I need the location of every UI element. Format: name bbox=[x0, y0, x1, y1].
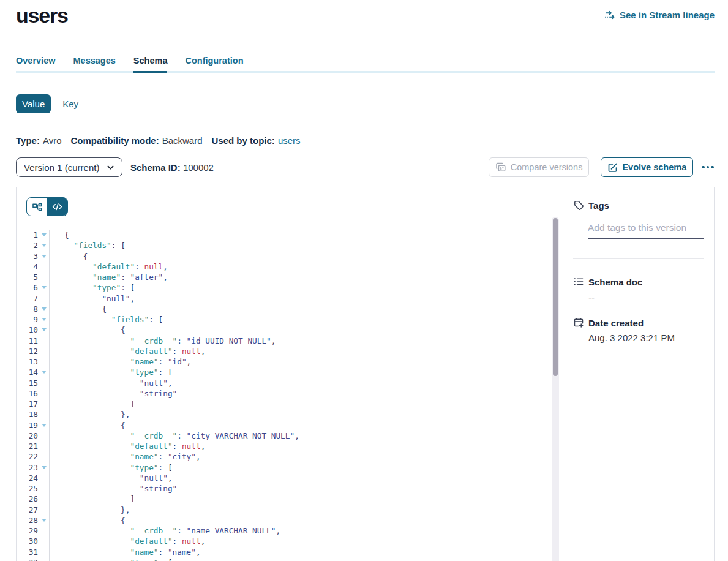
gutter-line-17: 17 bbox=[17, 399, 49, 409]
gutter-line-25: 25 bbox=[17, 483, 49, 494]
schema-sidebar: Tags Schema doc -- bbox=[563, 187, 714, 561]
fold-toggle-icon[interactable] bbox=[38, 286, 49, 289]
fold-toggle-icon[interactable] bbox=[38, 371, 49, 374]
code-line-11: "__crdb__": "id UUID NOT NULL", bbox=[64, 336, 299, 346]
line-number: 25 bbox=[17, 483, 38, 494]
tab-bar: Overview Messages Schema Configuration bbox=[16, 56, 715, 73]
stream-lineage-link[interactable]: See in Stream lineage bbox=[604, 9, 715, 21]
schema-id-label: Schema ID: bbox=[130, 162, 181, 173]
gutter-line-10: 10 bbox=[17, 325, 49, 335]
editor-scrollbar-thumb[interactable] bbox=[553, 218, 558, 376]
gutter-line-1: 1 bbox=[17, 230, 49, 240]
line-number: 16 bbox=[17, 388, 38, 399]
line-number: 1 bbox=[17, 230, 38, 240]
code-line-27: }, bbox=[64, 505, 299, 515]
schema-panel: 1234567891011121314151617181920212223242… bbox=[16, 187, 715, 561]
gutter-line-9: 9 bbox=[17, 314, 49, 325]
line-number: 7 bbox=[17, 293, 38, 304]
tree-view-button[interactable] bbox=[27, 198, 47, 216]
tab-overview[interactable]: Overview bbox=[16, 56, 56, 71]
schema-id-value: 100002 bbox=[183, 162, 214, 173]
line-number: 22 bbox=[17, 451, 38, 462]
gutter-line-13: 13 bbox=[17, 356, 49, 367]
key-segment-button[interactable]: Key bbox=[62, 99, 78, 109]
fold-toggle-icon[interactable] bbox=[38, 318, 49, 321]
code-line-19: { bbox=[64, 420, 299, 431]
gutter-line-27: 27 bbox=[17, 505, 49, 515]
gutter-line-24: 24 bbox=[17, 473, 49, 483]
code-line-15: "null", bbox=[64, 378, 299, 388]
code-view-button[interactable] bbox=[47, 198, 67, 216]
evolve-schema-button[interactable]: Evolve schema bbox=[601, 157, 693, 177]
gutter-line-31: 31 bbox=[17, 547, 49, 557]
gutter-line-28: 28 bbox=[17, 515, 49, 525]
gutter-line-15: 15 bbox=[17, 378, 49, 388]
gutter-line-2: 2 bbox=[17, 240, 49, 250]
code-content[interactable]: { "fields": [ { "default": null, "name":… bbox=[50, 230, 299, 561]
code-line-22: "name": "city", bbox=[64, 451, 299, 462]
editor-gutter: 1234567891011121314151617181920212223242… bbox=[17, 230, 50, 561]
schema-id: Schema ID: 100002 bbox=[130, 162, 214, 173]
editor-scrollbar-track[interactable] bbox=[552, 217, 559, 561]
fold-toggle-icon[interactable] bbox=[38, 424, 49, 427]
meta-topic: Used by topic:users bbox=[212, 135, 301, 146]
code-line-2: "fields": [ bbox=[64, 240, 299, 250]
value-segment-button[interactable]: Value bbox=[16, 94, 51, 113]
gutter-line-23: 23 bbox=[17, 462, 49, 473]
line-number: 13 bbox=[17, 356, 38, 367]
code-line-30: "default": null, bbox=[64, 536, 299, 546]
fold-toggle-icon[interactable] bbox=[38, 307, 49, 311]
gutter-line-3: 3 bbox=[17, 251, 49, 262]
gutter-line-8: 8 bbox=[17, 304, 49, 314]
line-number: 18 bbox=[17, 409, 38, 420]
topic-link[interactable]: users bbox=[278, 135, 301, 146]
line-number: 28 bbox=[17, 515, 38, 525]
code-line-12: "default": null, bbox=[64, 346, 299, 356]
gutter-line-16: 16 bbox=[17, 388, 49, 399]
line-number: 2 bbox=[17, 240, 38, 250]
more-actions-button[interactable] bbox=[701, 157, 715, 177]
code-line-7: "null", bbox=[64, 293, 299, 304]
code-line-20: "__crdb__": "city VARCHAR NOT NULL", bbox=[64, 431, 299, 441]
code-view-icon bbox=[51, 201, 63, 213]
compare-versions-button[interactable]: Compare versions bbox=[489, 157, 590, 177]
code-line-6: "type": [ bbox=[64, 282, 299, 293]
code-line-29: "__crdb__": "name VARCHAR NULL", bbox=[64, 525, 299, 536]
gutter-line-12: 12 bbox=[17, 346, 49, 356]
page-header: users See in Stream lineage bbox=[16, 0, 715, 24]
gutter-line-5: 5 bbox=[17, 272, 49, 282]
fold-toggle-icon[interactable] bbox=[38, 328, 49, 331]
page: users See in Stream lineage Overview Mes… bbox=[16, 0, 715, 561]
calendar-plus-icon bbox=[573, 317, 584, 328]
fold-toggle-icon[interactable] bbox=[38, 233, 49, 236]
tab-schema[interactable]: Schema bbox=[133, 56, 168, 71]
stream-lineage-label: See in Stream lineage bbox=[620, 10, 715, 20]
evolve-schema-label: Evolve schema bbox=[622, 162, 686, 172]
sidebar-divider bbox=[573, 258, 704, 259]
line-number: 12 bbox=[17, 346, 38, 356]
gutter-line-14: 14 bbox=[17, 367, 49, 377]
schema-controls: Version 1 (current) Schema ID: 100002 bbox=[16, 157, 715, 177]
code-line-4: "default": null, bbox=[64, 262, 299, 272]
fold-toggle-icon[interactable] bbox=[38, 519, 49, 522]
code-line-24: "null", bbox=[64, 473, 299, 483]
tab-configuration[interactable]: Configuration bbox=[185, 56, 243, 71]
value-key-toggle: Value Key bbox=[16, 94, 715, 113]
fold-toggle-icon[interactable] bbox=[38, 244, 49, 247]
gutter-line-22: 22 bbox=[17, 451, 49, 462]
version-select[interactable]: Version 1 (current) bbox=[16, 157, 122, 177]
fold-toggle-icon[interactable] bbox=[38, 466, 49, 469]
date-created-section-heading: Date created bbox=[573, 317, 704, 328]
meta-compatibility-label: Compatibility mode: bbox=[70, 135, 159, 146]
fold-toggle-icon[interactable] bbox=[38, 255, 49, 258]
meta-compatibility-value: Backward bbox=[162, 135, 203, 146]
tab-messages[interactable]: Messages bbox=[73, 56, 116, 71]
meta-compatibility: Compatibility mode:Backward bbox=[70, 135, 202, 146]
tags-input[interactable] bbox=[588, 222, 704, 239]
list-icon bbox=[573, 276, 584, 287]
line-number: 27 bbox=[17, 505, 38, 515]
tags-title: Tags bbox=[588, 200, 609, 211]
gutter-line-26: 26 bbox=[17, 494, 49, 504]
compare-versions-label: Compare versions bbox=[511, 162, 583, 172]
code-line-23: "type": [ bbox=[64, 462, 299, 473]
